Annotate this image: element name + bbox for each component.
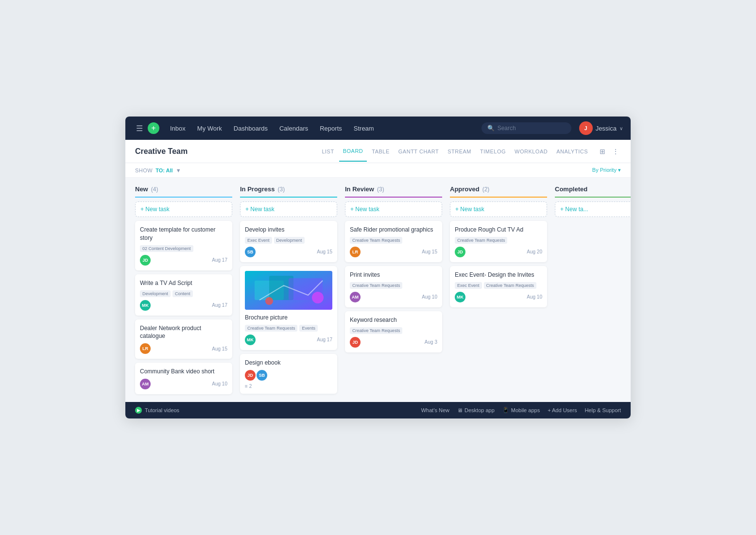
card-title: Safe Rider promotional graphics [350,226,437,234]
card: Brochure picture Creative Team Requests … [240,266,337,350]
whats-new-link[interactable]: What's New [421,407,449,413]
filter-left: SHOW TO: All ▼ [135,167,181,173]
user-menu[interactable]: J Jessica ∨ [579,121,623,135]
sort-button[interactable]: By Priority ▾ [592,167,621,173]
avatar: J [579,121,593,135]
avatar: LR [140,343,151,354]
tag: Events [299,325,318,332]
search-icon: 🔍 [487,125,495,132]
card-date: Aug 10 [212,381,227,386]
show-label: SHOW [135,167,153,173]
column-header-in-review: In Review (3) [345,185,442,198]
card-tags: Creative Team Requests [350,282,437,289]
card-image [245,271,332,310]
tutorial-icon: ▶ [135,407,142,414]
card: Design ebook JD SB ≡ 2 [240,354,337,394]
col-title-in-review: In Review [345,185,374,193]
card-footer: JD Aug 20 [455,247,542,257]
avatar: MK [140,300,151,311]
tag: Creative Team Requests [245,325,297,332]
col-title-approved: Approved [450,185,480,193]
card-date: Aug 17 [317,337,332,342]
col-count-new: (4) [151,186,158,193]
card-footer: AM Aug 10 [350,292,437,302]
avatar: LR [350,247,361,257]
filter-to-all[interactable]: TO: All [155,167,172,173]
card-title: Write a TV Ad Script [140,279,227,287]
tab-list[interactable]: LIST [318,142,338,161]
nav-calendars[interactable]: Calendars [275,122,313,135]
add-users-link[interactable]: + Add Users [548,407,577,413]
filter-icon[interactable]: ▼ [176,167,181,173]
hamburger-icon[interactable]: ☰ [133,121,146,136]
tab-table[interactable]: TABLE [368,142,394,161]
new-task-in-progress[interactable]: + New task [240,201,337,217]
subtask-count: ≡ 2 [245,384,332,389]
bottom-right: What's New 🖥 Desktop app 📱 Mobile apps +… [421,407,621,413]
card-date: Aug 15 [212,346,227,351]
tab-workload[interactable]: WORKLOAD [511,142,551,161]
search-input[interactable] [498,125,566,132]
card-title: Create template for customer story [140,226,227,242]
new-task-in-review[interactable]: + New task [345,201,442,217]
more-options-icon[interactable]: ⋮ [610,146,621,157]
card-tags: Development Content [140,290,227,297]
tag: Creative Team Requests [455,237,507,244]
col-title-new: New [135,185,148,193]
card-footer: MK Aug 10 [455,292,542,302]
new-task-completed[interactable]: + New ta... [555,201,631,217]
avatar: JD [140,255,151,266]
grid-view-icon[interactable]: ⊞ [598,146,607,157]
tab-analytics[interactable]: ANALYTICS [552,142,592,161]
tab-stream[interactable]: STREAM [444,142,475,161]
column-completed: Completed + New ta... [555,185,631,217]
column-new: New (4) + New task Create template for c… [135,185,232,394]
card: Keyword research Creative Team Requests … [345,311,442,352]
card-avatars: JD SB [245,370,267,381]
new-task-new[interactable]: + New task [135,201,232,217]
tag: Creative Team Requests [350,282,402,289]
avatar: JD [350,337,361,348]
nav-items: Inbox My Work Dashboards Calendars Repor… [165,122,480,135]
card-title: Dealer Network product catalogue [140,324,227,341]
card: Write a TV Ad Script Development Content… [135,274,232,316]
col-count-in-progress: (3) [278,186,285,193]
avatar: JD [455,247,465,257]
col-title-completed: Completed [555,185,587,193]
help-support-link[interactable]: Help & Support [584,407,621,413]
nav-dashboards[interactable]: Dashboards [229,122,273,135]
card-footer: JD Aug 17 [140,255,227,266]
board-area: New (4) + New task Create template for c… [125,178,631,402]
card-date: Aug 15 [317,249,332,254]
avatar: AM [140,379,151,389]
tab-board[interactable]: BOARD [339,141,367,162]
svg-point-5 [265,297,273,305]
card-title: Produce Rough Cut TV Ad [455,226,542,234]
card-footer: LR Aug 15 [350,247,437,257]
tab-timelog[interactable]: TIMELOG [476,142,510,161]
chevron-down-icon: ∨ [619,126,623,131]
card-date: Aug 17 [212,257,227,263]
nav-stream[interactable]: Stream [349,122,379,135]
desktop-app-link[interactable]: 🖥 Desktop app [457,407,495,413]
add-button[interactable]: + [148,122,159,134]
avatar: SB [257,370,267,381]
card-date: Aug 10 [527,294,542,300]
new-task-approved[interactable]: + New task [450,201,547,217]
nav-my-work[interactable]: My Work [192,122,227,135]
card-tags: Creative Team Requests [455,237,542,244]
card-title: Brochure picture [245,314,332,322]
nav-reports[interactable]: Reports [315,122,347,135]
card-footer: MK Aug 17 [140,300,227,311]
card-tags: Exec Event Creative Team Requests [455,282,542,289]
tab-gantt-chart[interactable]: GANTT CHART [395,142,443,161]
mobile-apps-link[interactable]: 📱 Mobile apps [502,407,540,413]
column-header-completed: Completed [555,185,631,198]
tag: Exec Event [245,237,272,244]
nav-inbox[interactable]: Inbox [165,122,190,135]
tutorial-label[interactable]: Tutorial videos [145,407,179,413]
card-tags: Creative Team Requests [350,237,437,244]
column-header-in-progress: In Progress (3) [240,185,337,198]
avatar: MK [245,334,256,345]
column-approved: Approved (2) + New task Produce Rough Cu… [450,185,547,307]
